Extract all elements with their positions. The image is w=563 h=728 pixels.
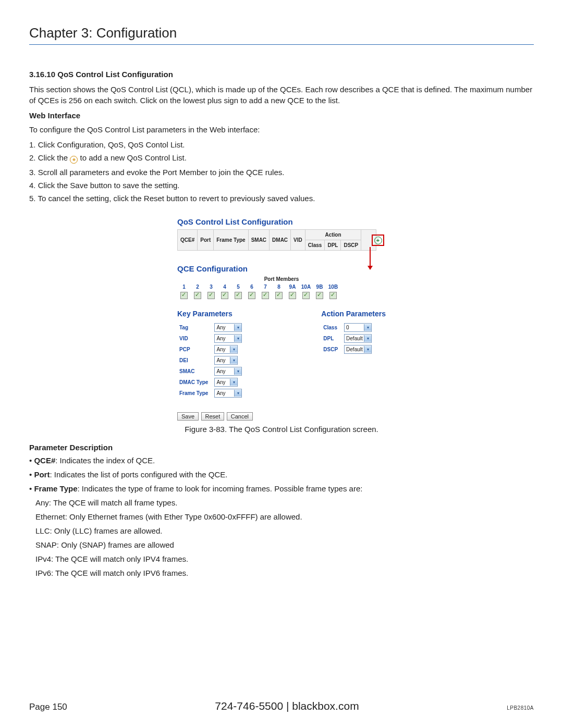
port-header: 7 <box>259 283 272 291</box>
arrow-annotation <box>370 247 371 267</box>
step-2a: 2. Click the <box>29 153 70 162</box>
ap-class-label: Class <box>321 322 342 333</box>
step-3: 3. Scroll all parameters and evoke the P… <box>29 168 534 177</box>
chevron-down-icon: ▾ <box>234 324 241 331</box>
col-dpl: DPL <box>325 240 341 251</box>
port-checkbox[interactable] <box>194 292 201 299</box>
port-header: 6 <box>245 283 259 291</box>
step-5: 5. To cancel the setting, click the Rese… <box>29 194 534 203</box>
page-number: Page 150 <box>29 702 67 712</box>
port-checkbox[interactable] <box>221 292 228 299</box>
chevron-down-icon: ▾ <box>230 346 237 353</box>
action-parameters-table: Class0▾ DPLDefault▾ DSCPDefault▾ <box>321 322 374 355</box>
chapter-title: Chapter 3: Configuration <box>29 25 534 41</box>
kp-frametype-select[interactable]: Any▾ <box>214 389 242 398</box>
ap-dscp-select[interactable]: Default▾ <box>344 345 372 354</box>
model-number: LPB2810A <box>507 705 534 711</box>
port-checkbox[interactable] <box>235 292 242 299</box>
parameter-description-heading: Parameter Description <box>29 443 534 452</box>
web-interface-heading: Web Interface <box>29 111 534 120</box>
kp-smac-select[interactable]: Any▾ <box>214 367 242 376</box>
add-qce-icon[interactable]: + <box>374 237 382 244</box>
port-checkbox[interactable] <box>248 292 255 299</box>
kp-dei-select[interactable]: Any▾ <box>214 356 238 365</box>
kp-smac-label: SMAC <box>177 366 212 377</box>
pd-frametype: Frame Type: Indicates the type of frame … <box>29 484 534 493</box>
chevron-down-icon: ▾ <box>364 346 371 353</box>
col-dmac: DMAC <box>270 230 291 251</box>
ap-dpl-label: DPL <box>321 333 342 344</box>
footer-contact: 724-746-5500 | blackbox.com <box>67 700 507 712</box>
intro-paragraph: This section shows the QoS Control List … <box>29 84 534 106</box>
ft-ipv6: IPv6: The QCE will match only IPV6 frame… <box>35 569 534 577</box>
port-members-table: 123456789A10A9B10B <box>177 283 340 301</box>
kp-dmactype-label: DMAC Type <box>177 377 212 388</box>
chevron-down-icon: ▾ <box>234 335 241 342</box>
port-header: 10B <box>326 283 340 291</box>
step-4: 4. Click the Save button to save the set… <box>29 181 534 190</box>
chevron-down-icon: ▾ <box>364 324 371 331</box>
col-frame-type: Frame Type <box>214 230 248 251</box>
port-checkbox[interactable] <box>180 292 188 299</box>
kp-tag-label: Tag <box>177 322 212 333</box>
col-smac: SMAC <box>248 230 269 251</box>
add-qce-button-highlight: + <box>372 235 384 246</box>
step-2b: to add a new QoS Control List. <box>80 153 187 162</box>
key-parameters-title: Key Parameters <box>177 310 244 318</box>
ft-ethernet: Ethernet: Only Ethernet frames (with Eth… <box>35 512 534 521</box>
kp-vid-label: VID <box>177 333 212 344</box>
port-header: 4 <box>218 283 231 291</box>
port-checkbox[interactable] <box>302 292 310 299</box>
ft-ipv4: IPv4: The QCE will match only IPV4 frame… <box>35 554 534 563</box>
save-button[interactable]: Save <box>177 412 199 421</box>
port-header: 3 <box>204 283 218 291</box>
section-heading: 3.16.10 QoS Control List Configuration <box>29 70 534 79</box>
kp-dmactype-select[interactable]: Any▾ <box>214 378 238 387</box>
port-checkbox[interactable] <box>329 292 337 299</box>
figure-qcl-screenshot: QoS Control List Configuration QCE# Port… <box>177 217 386 421</box>
chevron-down-icon: ▾ <box>234 368 241 375</box>
figure-caption: Figure 3-83. The QoS Control List Config… <box>29 425 534 434</box>
add-icon: + <box>70 156 78 164</box>
reset-button[interactable]: Reset <box>201 412 225 421</box>
port-header: 5 <box>231 283 245 291</box>
chevron-down-icon: ▾ <box>230 379 237 386</box>
col-qce: QCE# <box>178 230 198 251</box>
pd-qce: QCE#: Indicates the index of QCE. <box>29 456 534 465</box>
kp-pcp-select[interactable]: Any▾ <box>214 345 238 354</box>
chevron-down-icon: ▾ <box>364 335 371 342</box>
kp-vid-select[interactable]: Any▾ <box>214 334 242 343</box>
port-header: 9B <box>313 283 326 291</box>
port-header: 2 <box>191 283 204 291</box>
kp-dei-label: DEI <box>177 355 212 366</box>
cancel-button[interactable]: Cancel <box>227 412 253 421</box>
col-class: Class <box>305 240 325 251</box>
port-checkbox[interactable] <box>275 292 283 299</box>
kp-frametype-label: Frame Type <box>177 388 212 399</box>
ap-class-select[interactable]: 0▾ <box>344 323 372 332</box>
kp-tag-select[interactable]: Any▾ <box>214 323 242 332</box>
col-action: Action <box>305 230 361 240</box>
port-checkbox[interactable] <box>207 292 215 299</box>
port-header: 1 <box>177 283 191 291</box>
qcl-config-title: QoS Control List Configuration <box>177 217 386 226</box>
ft-llc: LLC: Only (LLC) frames are allowed. <box>35 526 534 535</box>
ap-dpl-select[interactable]: Default▾ <box>344 334 372 343</box>
port-checkbox[interactable] <box>316 292 323 299</box>
ft-snap: SNAP: Only (SNAP) frames are allowed <box>35 540 534 549</box>
port-header: 10A <box>299 283 313 291</box>
port-checkbox[interactable] <box>289 292 296 299</box>
key-parameters-table: TagAny▾ VIDAny▾ PCPAny▾ DEIAny▾ SMACAny▾… <box>177 322 244 399</box>
divider <box>29 44 534 45</box>
qcl-header-table: QCE# Port Frame Type SMAC DMAC VID Actio… <box>177 229 376 251</box>
page-footer: Page 150 724-746-5500 | blackbox.com LPB… <box>29 700 534 712</box>
web-interface-intro: To configure the QoS Control List parame… <box>29 124 534 135</box>
chevron-down-icon: ▾ <box>230 357 237 364</box>
step-2: 2. Click the + to add a new QoS Control … <box>29 153 534 164</box>
port-members-caption: Port Members <box>177 276 386 282</box>
pd-port: Port: Indicates the list of ports config… <box>29 470 534 479</box>
action-parameters-title: Action Parameters <box>321 310 386 318</box>
port-checkbox[interactable] <box>262 292 269 299</box>
kp-pcp-label: PCP <box>177 344 212 355</box>
qce-config-title: QCE Configuration <box>177 264 386 273</box>
